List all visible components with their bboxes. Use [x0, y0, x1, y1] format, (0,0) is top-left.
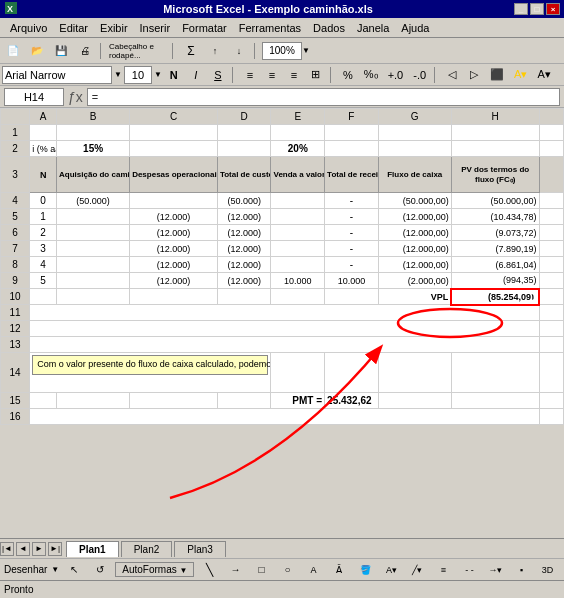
- cell-d1[interactable]: [217, 125, 271, 141]
- border-button[interactable]: ⬛: [486, 66, 508, 84]
- cell-e2[interactable]: 20%: [271, 141, 325, 157]
- col-header-g[interactable]: G: [378, 109, 451, 125]
- zoom-control[interactable]: ▼: [262, 42, 310, 60]
- cell-b10[interactable]: [57, 289, 130, 305]
- cell-e3[interactable]: Venda a valor residual: [271, 157, 325, 193]
- textbox-button[interactable]: A: [302, 560, 324, 580]
- cell-reference-input[interactable]: [4, 88, 64, 106]
- cell-a3[interactable]: N: [30, 157, 57, 193]
- cell-b9[interactable]: [57, 273, 130, 289]
- open-button[interactable]: 📂: [26, 41, 48, 61]
- cell-b2[interactable]: 15%: [57, 141, 130, 157]
- cell-f14[interactable]: [325, 353, 379, 393]
- cursor-button[interactable]: ↖: [63, 560, 85, 580]
- cell-a1[interactable]: [30, 125, 57, 141]
- formula-input[interactable]: [87, 88, 560, 106]
- cell-row11[interactable]: [30, 305, 539, 321]
- menu-ferramentas[interactable]: Ferramentas: [233, 22, 307, 34]
- cell-g6[interactable]: (12.000,00): [378, 225, 451, 241]
- cell-h6[interactable]: (9.073,72): [451, 225, 539, 241]
- cell-g9[interactable]: (2.000,00): [378, 273, 451, 289]
- cell-h15[interactable]: [451, 393, 539, 409]
- cell-e10[interactable]: [271, 289, 325, 305]
- cell-g14[interactable]: [378, 353, 451, 393]
- row-header-3[interactable]: 3: [1, 157, 30, 193]
- cell-a15[interactable]: [30, 393, 57, 409]
- tab-scroll-controls[interactable]: |◄ ◄ ► ►|: [0, 542, 62, 556]
- row-header-12[interactable]: 12: [1, 321, 30, 337]
- close-button[interactable]: ×: [546, 3, 560, 15]
- cell-h3[interactable]: PV dos termos do fluxo (FC₀): [451, 157, 539, 193]
- cell-f1[interactable]: [325, 125, 379, 141]
- tab-scroll-next[interactable]: ►: [32, 542, 46, 556]
- cell-g15[interactable]: [378, 393, 451, 409]
- cell-a5[interactable]: 1: [30, 209, 57, 225]
- cell-h2[interactable]: [451, 141, 539, 157]
- line-button[interactable]: ╲: [198, 560, 220, 580]
- cell-d3[interactable]: Total de custos: [217, 157, 271, 193]
- cell-d2[interactable]: [217, 141, 271, 157]
- font-size-dropdown[interactable]: ▼: [154, 70, 162, 79]
- header-footer-button[interactable]: Cabeçalho e rodapé...: [108, 41, 168, 61]
- row-header-10[interactable]: 10: [1, 289, 30, 305]
- cell-e4[interactable]: [271, 193, 325, 209]
- cell-f6[interactable]: -: [325, 225, 379, 241]
- cell-e14[interactable]: [271, 353, 325, 393]
- cell-c6[interactable]: (12.000): [130, 225, 218, 241]
- cell-c15[interactable]: [130, 393, 218, 409]
- cell-d7[interactable]: (12.000): [217, 241, 271, 257]
- sheet-tab-plan2[interactable]: Plan2: [121, 541, 173, 557]
- cell-f7[interactable]: -: [325, 241, 379, 257]
- merge-button[interactable]: ⊞: [306, 66, 326, 84]
- cell-h10-vpl-value[interactable]: (85.254,09): [451, 289, 539, 305]
- cell-g7[interactable]: (12.000,00): [378, 241, 451, 257]
- cell-b7[interactable]: [57, 241, 130, 257]
- cell-e6[interactable]: [271, 225, 325, 241]
- cell-h5[interactable]: (10.434,78): [451, 209, 539, 225]
- zoom-input[interactable]: [262, 42, 302, 60]
- font-name-dropdown[interactable]: ▼: [114, 70, 122, 79]
- cell-c10[interactable]: [130, 289, 218, 305]
- row-header-11[interactable]: 11: [1, 305, 30, 321]
- window-controls[interactable]: _ □ ×: [514, 3, 560, 15]
- cell-g3[interactable]: Fluxo de caixa: [378, 157, 451, 193]
- row-header-14[interactable]: 14: [1, 353, 30, 393]
- row-header-8[interactable]: 8: [1, 257, 30, 273]
- row-header-16[interactable]: 16: [1, 409, 30, 425]
- cell-d4[interactable]: (50.000): [217, 193, 271, 209]
- cell-h14[interactable]: [451, 353, 539, 393]
- col-header-d[interactable]: D: [217, 109, 271, 125]
- font-color-draw-button[interactable]: A▾: [380, 560, 402, 580]
- cell-a8[interactable]: 4: [30, 257, 57, 273]
- menu-inserir[interactable]: Inserir: [134, 22, 177, 34]
- tab-scroll-last[interactable]: ►|: [48, 542, 62, 556]
- print-button[interactable]: 🖨: [74, 41, 96, 61]
- sheet-tab-plan1[interactable]: Plan1: [66, 541, 119, 557]
- indent-inc-button[interactable]: ▷: [464, 66, 484, 84]
- cell-d10[interactable]: [217, 289, 271, 305]
- cell-d8[interactable]: (12.000): [217, 257, 271, 273]
- cell-a2[interactable]: i (% aa)=: [30, 141, 57, 157]
- save-button[interactable]: 💾: [50, 41, 72, 61]
- line-style-button[interactable]: ≡: [432, 560, 454, 580]
- cell-b6[interactable]: [57, 225, 130, 241]
- fill-color-button[interactable]: A▾: [510, 66, 531, 84]
- cell-f8[interactable]: -: [325, 257, 379, 273]
- menu-arquivo[interactable]: Arquivo: [4, 22, 53, 34]
- decimal-dec-button[interactable]: -.0: [409, 66, 430, 84]
- cell-b5[interactable]: [57, 209, 130, 225]
- font-color-button[interactable]: A▾: [533, 66, 554, 84]
- cell-row13[interactable]: [30, 337, 539, 353]
- cell-a4[interactable]: 0: [30, 193, 57, 209]
- font-size-input[interactable]: [124, 66, 152, 84]
- cell-h7[interactable]: (7.890,19): [451, 241, 539, 257]
- rect-button[interactable]: □: [250, 560, 272, 580]
- cell-a9[interactable]: 5: [30, 273, 57, 289]
- indent-dec-button[interactable]: ◁: [442, 66, 462, 84]
- italic-button[interactable]: I: [186, 66, 206, 84]
- cell-e9[interactable]: 10.000: [271, 273, 325, 289]
- align-left-button[interactable]: ≡: [240, 66, 260, 84]
- tab-scroll-first[interactable]: |◄: [0, 542, 14, 556]
- align-center-button[interactable]: ≡: [262, 66, 282, 84]
- cell-f9[interactable]: 10.000: [325, 273, 379, 289]
